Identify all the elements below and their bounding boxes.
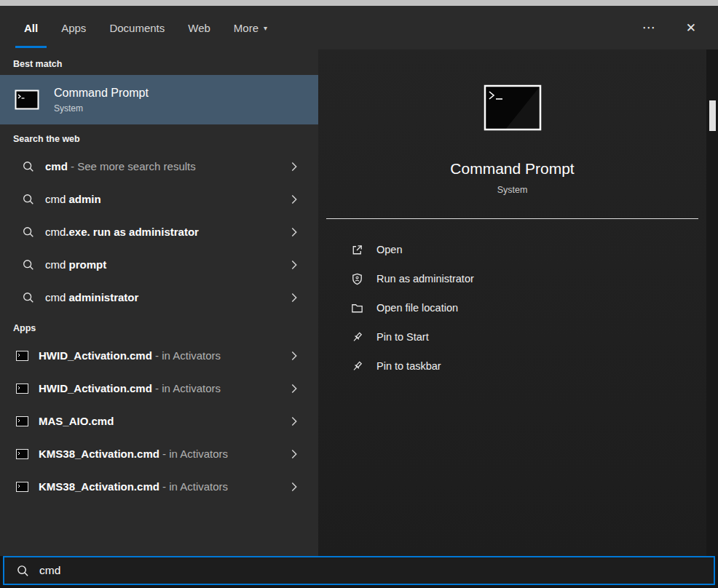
preview-subtitle: System: [497, 185, 528, 195]
search-bar-area: cmd: [0, 556, 718, 588]
action-label: Run as administrator: [376, 273, 474, 285]
tab-web-label: Web: [188, 22, 210, 34]
tab-more-label: More: [234, 22, 259, 34]
action-label: Open file location: [376, 302, 458, 314]
cmd-file-icon: [16, 384, 28, 394]
chevron-right-icon[interactable]: [288, 193, 301, 206]
search-query-text: cmd: [39, 564, 60, 577]
folder-icon: [350, 301, 364, 315]
open-icon: [350, 243, 364, 257]
search-icon: [22, 258, 35, 271]
pin-icon: [350, 359, 364, 373]
tab-documents-label: Documents: [109, 22, 165, 34]
web-suggestion-row[interactable]: cmd administrator: [0, 281, 318, 314]
search-icon: [22, 160, 35, 173]
tab-all-label: All: [24, 22, 38, 34]
cmd-file-icon: [16, 482, 28, 492]
action-label: Pin to Start: [376, 331, 429, 343]
chevron-right-icon[interactable]: [288, 349, 301, 362]
main-area: Best match Command Prompt System Search …: [0, 49, 718, 556]
action-open[interactable]: Open: [350, 235, 706, 264]
tab-bar-actions: ⋯ ✕: [642, 21, 696, 34]
action-label: Open: [376, 244, 402, 255]
tab-all[interactable]: All: [14, 6, 48, 49]
section-header-apps: Apps: [0, 314, 318, 339]
chevron-right-icon[interactable]: [288, 382, 301, 395]
tab-bar: All Apps Documents Web More ▾ ⋯ ✕: [0, 6, 718, 49]
results-panel: Best match Command Prompt System Search …: [0, 49, 318, 556]
app-result-row[interactable]: KMS38_Activation.cmd - in Activators: [0, 470, 318, 503]
best-match-subtitle: System: [54, 103, 149, 114]
app-result-text: KMS38_Activation.cmd - in Activators: [39, 480, 228, 493]
chevron-right-icon[interactable]: [288, 480, 301, 493]
chevron-right-icon[interactable]: [288, 448, 301, 461]
app-result-text: HWID_Activation.cmd - in Activators: [39, 382, 221, 394]
search-icon: [22, 226, 35, 239]
chevron-right-icon[interactable]: [288, 226, 301, 239]
search-icon: [22, 193, 35, 206]
tab-apps-label: Apps: [61, 22, 86, 34]
app-result-row[interactable]: KMS38_Activation.cmd - in Activators: [0, 437, 318, 470]
search-icon: [22, 291, 35, 304]
tab-list: All Apps Documents Web More ▾: [14, 6, 277, 49]
close-button[interactable]: ✕: [686, 22, 696, 34]
chevron-right-icon[interactable]: [288, 291, 301, 304]
admin-shield-icon: [350, 272, 364, 286]
action-open-file-location[interactable]: Open file location: [350, 293, 706, 322]
window-top-edge: [0, 0, 718, 6]
app-result-text: KMS38_Activation.cmd - in Activators: [39, 448, 228, 460]
tab-web[interactable]: Web: [178, 6, 221, 49]
app-result-row[interactable]: HWID_Activation.cmd - in Activators: [0, 372, 318, 405]
tab-apps[interactable]: Apps: [51, 6, 96, 49]
chevron-down-icon: ▾: [264, 24, 267, 32]
cmd-app-icon-large: [484, 84, 542, 131]
more-options-button[interactable]: ⋯: [642, 21, 655, 34]
scrollbar[interactable]: [706, 49, 718, 556]
app-result-row[interactable]: MAS_AIO.cmd: [0, 405, 318, 437]
pin-icon: [350, 330, 364, 344]
suggestion-text: cmd - See more search results: [45, 160, 196, 172]
chevron-right-icon[interactable]: [288, 415, 301, 428]
cmd-app-icon: [15, 90, 39, 110]
action-pin-to-taskbar[interactable]: Pin to taskbar: [350, 351, 706, 381]
suggestion-text: cmd.exe. run as administrator: [45, 226, 199, 238]
suggestion-text: cmd prompt: [45, 258, 106, 271]
app-result-row[interactable]: HWID_Activation.cmd - in Activators: [0, 339, 318, 372]
tab-more[interactable]: More ▾: [224, 6, 277, 49]
action-label: Pin to taskbar: [376, 360, 441, 372]
scrollbar-thumb[interactable]: [709, 100, 716, 131]
cmd-file-icon: [16, 449, 28, 459]
windows-search-flyout: All Apps Documents Web More ▾ ⋯ ✕ Best m…: [0, 0, 718, 588]
preview-title: Command Prompt: [450, 160, 574, 178]
search-input[interactable]: cmd: [3, 556, 715, 585]
action-pin-to-start[interactable]: Pin to Start: [350, 322, 706, 351]
tab-documents[interactable]: Documents: [99, 6, 175, 49]
app-result-text: HWID_Activation.cmd - in Activators: [39, 349, 221, 362]
suggestion-text: cmd admin: [45, 193, 101, 205]
web-suggestion-row[interactable]: cmd.exe. run as administrator: [0, 215, 318, 248]
action-run-as-administrator[interactable]: Run as administrator: [350, 264, 706, 293]
cmd-file-icon: [16, 416, 28, 426]
suggestion-text: cmd administrator: [45, 291, 138, 303]
chevron-right-icon[interactable]: [288, 160, 301, 173]
chevron-right-icon[interactable]: [288, 258, 301, 271]
cmd-file-icon: [16, 351, 28, 361]
web-suggestion-row[interactable]: cmd - See more search results: [0, 150, 318, 183]
search-icon: [16, 564, 30, 578]
preview-panel: Command Prompt System Open Run as admini…: [318, 49, 706, 556]
section-header-best-match: Best match: [0, 49, 318, 75]
best-match-texts: Command Prompt System: [54, 87, 149, 114]
web-suggestion-row[interactable]: cmd admin: [0, 183, 318, 215]
best-match-title: Command Prompt: [54, 87, 149, 100]
best-match-item[interactable]: Command Prompt System: [0, 75, 318, 124]
app-result-text: MAS_AIO.cmd: [39, 415, 114, 427]
section-header-web: Search the web: [0, 124, 318, 150]
preview-actions: Open Run as administrator Open file loca…: [318, 219, 706, 381]
web-suggestion-row[interactable]: cmd prompt: [0, 248, 318, 281]
